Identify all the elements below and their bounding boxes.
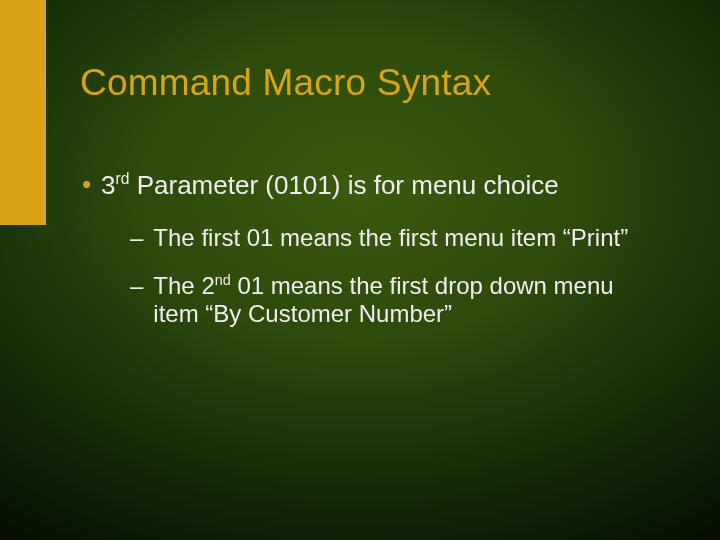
sub-text: The 2nd 01 means the first drop down men… (153, 272, 660, 328)
sub-text-sup: nd (215, 272, 231, 288)
accent-bar (0, 0, 46, 225)
sub-list: – The first 01 means the first menu item… (130, 224, 660, 328)
bullet-text-post: Parameter (0101) is for menu choice (129, 170, 558, 200)
bullet-item: • 3rd Parameter (0101) is for menu choic… (82, 170, 660, 200)
bullet-text-pre: 3 (101, 170, 115, 200)
slide: Command Macro Syntax • 3rd Parameter (01… (0, 0, 720, 540)
slide-body: • 3rd Parameter (0101) is for menu choic… (82, 170, 660, 348)
slide-title: Command Macro Syntax (80, 62, 491, 104)
sub-item: – The first 01 means the first menu item… (130, 224, 660, 252)
sub-marker: – (130, 272, 143, 300)
bullet-text-sup: rd (116, 170, 130, 187)
sub-item: – The 2nd 01 means the first drop down m… (130, 272, 660, 328)
bullet-marker: • (82, 170, 91, 198)
sub-marker: – (130, 224, 143, 252)
bullet-text: 3rd Parameter (0101) is for menu choice (101, 170, 559, 200)
sub-text: The first 01 means the first menu item “… (153, 224, 628, 252)
sub-text-pre: The 2 (153, 272, 214, 299)
